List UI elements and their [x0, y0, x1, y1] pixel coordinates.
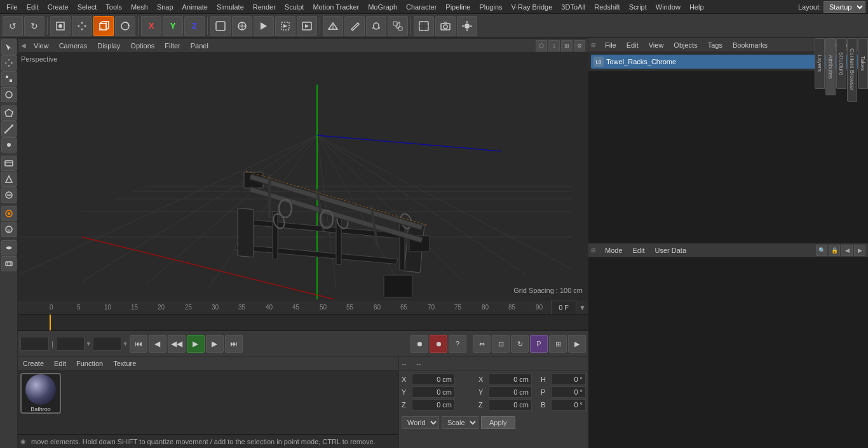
auto-key-btn[interactable]: ⏺ — [430, 335, 447, 353]
scale-tool-side-btn[interactable] — [1, 71, 17, 86]
menu-animate[interactable]: Animate — [179, 2, 212, 12]
attr-lock-btn[interactable]: 🔒 — [829, 245, 840, 256]
select-tool-btn[interactable] — [1, 39, 17, 55]
preview-start-input[interactable]: 90 F — [56, 337, 85, 351]
attr-more-btn[interactable]: ▶ — [854, 245, 865, 256]
axis-y-button[interactable]: Y — [163, 16, 183, 36]
coord-z2-input[interactable] — [489, 399, 532, 411]
move-tool-side-btn[interactable] — [1, 55, 17, 71]
material-item[interactable]: Bathroo — [20, 373, 61, 414]
magnet-btn[interactable] — [366, 16, 386, 36]
mat-menu-texture[interactable]: Texture — [111, 358, 139, 369]
undo-button[interactable]: ↺ — [3, 16, 23, 36]
rt-menu-edit[interactable]: Edit — [624, 40, 641, 50]
vp-menu-options[interactable]: Options — [128, 41, 157, 51]
rt-menu-objects[interactable]: Objects — [671, 40, 700, 50]
render-anim-btn[interactable] — [297, 16, 317, 36]
move-tool-button[interactable] — [72, 16, 92, 36]
tool9-side-btn[interactable] — [1, 172, 17, 187]
menu-file[interactable]: File — [3, 2, 22, 12]
rb-menu-userdata[interactable]: User Data — [653, 245, 689, 255]
step-back-btn[interactable]: ◀ — [149, 335, 166, 353]
menu-motion-tracker[interactable]: Motion Tracker — [309, 2, 363, 12]
timeline-track[interactable] — [18, 315, 588, 331]
edge-tool-side-btn[interactable] — [1, 121, 17, 137]
coord-z-input[interactable] — [412, 399, 455, 411]
play-reverse-btn[interactable]: ◀◀ — [168, 335, 186, 353]
viewport-canvas[interactable]: Perspective — [18, 53, 588, 299]
menu-mograph[interactable]: MoGraph — [364, 2, 401, 12]
menu-pipeline[interactable]: Pipeline — [442, 2, 474, 12]
render-region-btn[interactable] — [275, 16, 295, 36]
pen-tool-btn[interactable] — [344, 16, 365, 36]
world-dropdown[interactable]: World — [402, 416, 439, 429]
coord-b-input[interactable] — [551, 399, 586, 411]
rt-menu-file[interactable]: File — [602, 40, 619, 50]
move-keys-btn[interactable]: ⇔ — [473, 335, 491, 353]
redo-button[interactable]: ↻ — [24, 16, 44, 36]
help-btn[interactable]: ? — [449, 335, 466, 353]
scale-dropdown[interactable]: Scale — [442, 416, 478, 429]
menu-render[interactable]: Render — [249, 2, 280, 12]
rotate-tool-side-btn[interactable] — [1, 87, 17, 102]
tool12-side-btn[interactable]: S — [1, 222, 17, 237]
vp-menu-display[interactable]: Display — [95, 41, 123, 51]
viewport-container[interactable]: ◀ View Cameras Display Options Filter Pa… — [18, 38, 588, 300]
menu-sculpt[interactable]: Sculpt — [281, 2, 308, 12]
tab-layers[interactable]: Layers — [815, 38, 825, 89]
tool11-side-btn[interactable] — [1, 206, 17, 221]
step-forward-btn[interactable]: ▶ — [206, 335, 224, 353]
menu-tools[interactable]: Tools — [102, 2, 126, 12]
menu-help[interactable]: Help — [686, 2, 708, 12]
vp-menu-view[interactable]: View — [31, 41, 51, 51]
tab-structure[interactable]: Structure — [836, 38, 846, 89]
mat-menu-function[interactable]: Function — [74, 358, 105, 369]
record-btn[interactable]: ⏺ — [410, 335, 428, 353]
goto-end-btn[interactable]: ⏭ — [225, 335, 243, 353]
poly-tool-side-btn[interactable] — [1, 105, 17, 121]
vp-menu-filter[interactable]: Filter — [162, 41, 182, 51]
menu-create[interactable]: Create — [44, 2, 72, 12]
menu-script[interactable]: Script — [625, 2, 651, 12]
perspective-btn[interactable] — [323, 16, 343, 36]
tool10-side-btn[interactable] — [1, 187, 17, 203]
layout-dropdown[interactable]: Startup — [824, 1, 865, 13]
scene-tool-button[interactable] — [232, 16, 252, 36]
timeline-ruler[interactable]: 0 5 10 15 20 25 30 35 40 45 50 55 60 65 … — [18, 301, 588, 315]
mat-menu-edit[interactable]: Edit — [51, 358, 69, 369]
scale-keys-btn[interactable]: ⊡ — [492, 335, 510, 353]
menu-window[interactable]: Window — [652, 2, 684, 12]
rb-menu-edit[interactable]: Edit — [630, 245, 648, 255]
mat-menu-create[interactable]: Create — [20, 358, 46, 369]
coord-x-input[interactable] — [412, 374, 455, 385]
vp-icon-3[interactable]: ⊞ — [561, 40, 573, 51]
model-mode-button[interactable] — [50, 16, 71, 36]
render-btn[interactable] — [254, 16, 274, 36]
rb-menu-mode[interactable]: Mode — [602, 245, 625, 255]
play-btn[interactable]: ▶ — [187, 335, 205, 353]
menu-redshift[interactable]: Redshift — [590, 2, 623, 12]
coord-y2-input[interactable] — [489, 386, 532, 398]
axis-z-button[interactable]: Z — [184, 16, 205, 36]
menu-select[interactable]: Select — [74, 2, 101, 12]
front-btn[interactable] — [414, 16, 434, 36]
rt-menu-tags[interactable]: Tags — [705, 40, 725, 50]
param-keys-btn[interactable]: P — [530, 335, 548, 353]
coord-x2-input[interactable] — [489, 374, 532, 385]
tool13-side-btn[interactable] — [1, 240, 17, 255]
start-frame-input[interactable]: 0 F — [20, 337, 49, 351]
spline-btn[interactable] — [388, 16, 408, 36]
grid-keys-btn[interactable]: ⊞ — [549, 335, 567, 353]
menu-plugins[interactable]: Plugins — [475, 2, 506, 12]
apply-button[interactable]: Apply — [481, 416, 515, 429]
tool8-side-btn[interactable] — [1, 156, 17, 171]
tab-content-browser[interactable]: Content Browser — [847, 38, 857, 102]
menu-simulate[interactable]: Simulate — [213, 2, 248, 12]
menu-vray[interactable]: V-Ray Bridge — [508, 2, 557, 12]
rt-menu-bookmarks[interactable]: Bookmarks — [730, 40, 770, 50]
menu-edit[interactable]: Edit — [23, 2, 43, 12]
tab-takes[interactable]: Takes — [858, 38, 868, 89]
light-btn[interactable] — [457, 16, 477, 36]
preview-end-input[interactable]: 90 F — [93, 337, 121, 351]
axis-x-button[interactable]: X — [141, 16, 161, 36]
